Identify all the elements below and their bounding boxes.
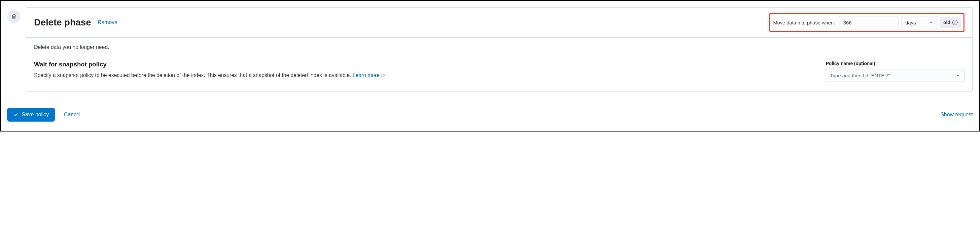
age-unit-label: days — [905, 20, 916, 26]
learn-more-link[interactable]: Learn more — [353, 71, 385, 79]
policy-name-label: Policy name (optional) — [826, 61, 964, 66]
move-data-controls: Move data into phase when: days old i — [769, 13, 964, 32]
policy-placeholder: Type and then hit "ENTER" — [830, 73, 890, 78]
panel-header: Delete phase Remove Move data into phase… — [26, 8, 972, 37]
remove-button[interactable]: Remove — [98, 19, 118, 26]
panel-body: Delete data you no longer need. Wait for… — [26, 37, 972, 91]
phase-description: Delete data you no longer need. — [34, 44, 964, 50]
show-request-button[interactable]: Show request — [940, 112, 973, 118]
chevron-down-icon — [929, 21, 933, 24]
external-link-icon — [381, 74, 385, 77]
policy-name-combobox[interactable]: Type and then hit "ENTER" — [826, 69, 964, 82]
cancel-button[interactable]: Cancel — [64, 112, 81, 118]
chevron-down-icon — [956, 74, 960, 77]
age-value-input[interactable] — [839, 16, 899, 29]
check-icon — [13, 112, 19, 117]
delete-phase-panel: Delete phase Remove Move data into phase… — [26, 7, 973, 91]
move-data-label: Move data into phase when: — [773, 20, 835, 26]
snapshot-title: Wait for snapshot policy — [34, 61, 810, 68]
snapshot-description: Specify a snapshot policy to be executed… — [34, 71, 810, 79]
save-policy-button[interactable]: Save policy — [7, 108, 55, 121]
info-icon[interactable]: i — [952, 20, 958, 25]
age-unit-select[interactable]: days — [901, 16, 937, 29]
old-badge: old i — [940, 17, 961, 28]
trash-icon — [7, 10, 21, 23]
phase-title: Delete phase — [34, 17, 91, 28]
footer: Save policy Cancel Show request — [7, 108, 973, 124]
